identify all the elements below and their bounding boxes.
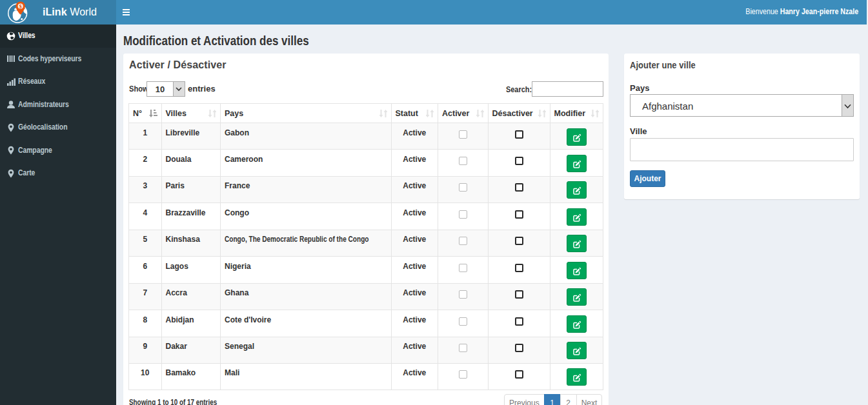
svg-text:$: $ <box>19 4 22 10</box>
